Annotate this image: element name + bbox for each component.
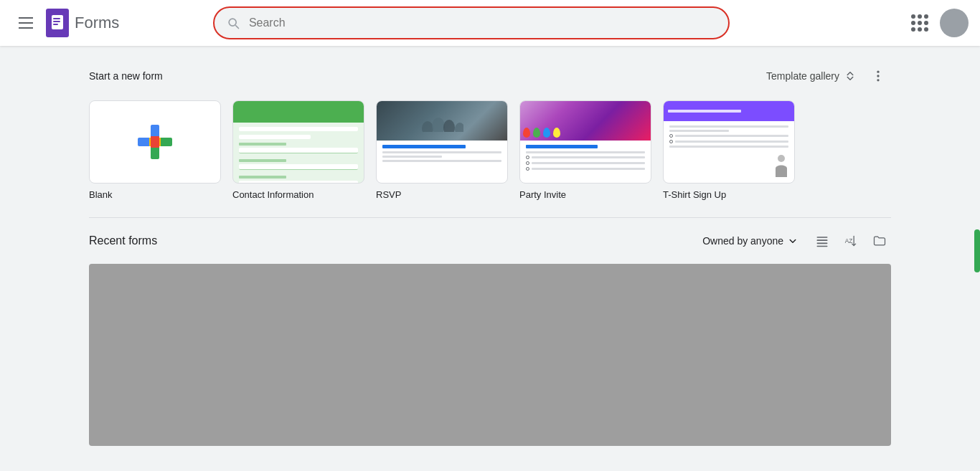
more-options-button[interactable] — [865, 63, 891, 89]
svg-point-10 — [455, 123, 463, 132]
template-name-blank: Blank — [89, 189, 221, 200]
search-bar — [213, 6, 730, 39]
template-thumbnail-blank — [89, 100, 221, 184]
svg-rect-1 — [53, 18, 60, 19]
template-card-tshirt[interactable]: T-Shirt Sign Up — [663, 100, 795, 200]
contact-header — [233, 101, 364, 123]
template-card-rsvp[interactable]: RSVP — [376, 100, 508, 200]
recent-section: Recent forms Owned by anyone — [77, 218, 903, 446]
svg-rect-2 — [53, 21, 60, 22]
folder-icon — [872, 234, 887, 248]
rsvp-image — [377, 101, 507, 141]
avatar[interactable] — [940, 9, 969, 37]
balloon-blue — [543, 128, 550, 138]
arrow-drop-down-icon — [786, 234, 799, 247]
search-input[interactable] — [249, 16, 717, 29]
main-content-wrapper: Start a new form Template gallery — [0, 46, 980, 463]
plus-icon — [138, 125, 172, 159]
balloon-yellow — [553, 128, 560, 138]
svg-rect-13 — [817, 239, 828, 241]
template-thumbnail-party — [519, 100, 651, 184]
forms-logo-icon — [46, 9, 69, 37]
svg-point-7 — [422, 121, 433, 132]
balloon-green — [533, 128, 540, 138]
template-card-party[interactable]: Party Invite — [519, 100, 651, 200]
svg-point-9 — [443, 120, 455, 132]
svg-point-11 — [778, 155, 785, 162]
section-header: Start a new form Template gallery — [89, 63, 891, 89]
sort-az-button[interactable]: AZ — [839, 229, 862, 252]
svg-text:AZ: AZ — [845, 237, 853, 244]
section-title: Start a new form — [89, 70, 163, 82]
templates-row: Blank — [89, 100, 891, 200]
search-icon — [226, 16, 240, 30]
list-view-icon — [815, 234, 829, 248]
forms-logo-svg — [50, 15, 65, 31]
template-gallery-button[interactable]: Template gallery — [760, 65, 862, 87]
svg-rect-14 — [817, 243, 828, 244]
hamburger-icon — [19, 17, 33, 29]
apps-button[interactable] — [905, 9, 934, 37]
more-vert-icon — [871, 69, 885, 83]
blank-thumb — [90, 101, 220, 183]
recent-header: Recent forms Owned by anyone — [89, 229, 891, 252]
party-balloons — [523, 128, 560, 138]
recent-title: Recent forms — [89, 234, 157, 247]
app-name-label: Forms — [75, 14, 119, 32]
sort-az-icon: AZ — [844, 234, 858, 248]
svg-point-4 — [877, 71, 879, 73]
template-card-blank[interactable]: Blank — [89, 100, 221, 200]
template-name-tshirt: T-Shirt Sign Up — [663, 189, 795, 200]
main-content: Start a new form Template gallery — [77, 46, 903, 463]
owned-by-label: Owned by anyone — [702, 235, 783, 247]
rsvp-crowd-svg — [420, 110, 463, 132]
template-name-contact: Contact Information — [232, 189, 364, 200]
search-container — [213, 6, 730, 39]
header-right — [905, 9, 969, 37]
template-name-rsvp: RSVP — [376, 189, 508, 200]
recent-controls: Owned by anyone — [697, 229, 891, 252]
template-header-actions: Template gallery — [760, 63, 891, 89]
owned-by-button[interactable]: Owned by anyone — [697, 230, 805, 252]
party-image — [520, 101, 651, 141]
balloon-red — [523, 128, 530, 138]
tshirt-person-icon — [773, 154, 790, 180]
template-card-contact[interactable]: Contact Information — [232, 100, 364, 200]
template-thumbnail-contact — [232, 100, 364, 184]
grid-dots-icon — [911, 14, 928, 32]
new-form-section: Start a new form Template gallery — [77, 63, 903, 200]
scrollbar[interactable] — [974, 0, 980, 471]
svg-point-8 — [432, 118, 445, 132]
app-header: Forms — [0, 0, 980, 46]
list-view-button[interactable] — [811, 229, 834, 252]
scrollbar-thumb[interactable] — [974, 229, 980, 272]
menu-button[interactable] — [11, 9, 40, 37]
expand-icon — [844, 70, 857, 82]
template-thumbnail-tshirt — [663, 100, 795, 184]
template-name-party: Party Invite — [519, 189, 651, 200]
svg-rect-3 — [53, 24, 58, 25]
svg-rect-15 — [817, 246, 828, 247]
folder-button[interactable] — [868, 229, 891, 252]
template-thumbnail-rsvp — [376, 100, 508, 184]
recent-content-area — [89, 264, 891, 446]
tshirt-header — [664, 101, 794, 121]
app-logo[interactable]: Forms — [46, 9, 119, 37]
svg-point-5 — [877, 75, 879, 77]
svg-point-6 — [877, 79, 879, 81]
template-gallery-label: Template gallery — [766, 70, 839, 82]
svg-rect-12 — [817, 237, 828, 238]
